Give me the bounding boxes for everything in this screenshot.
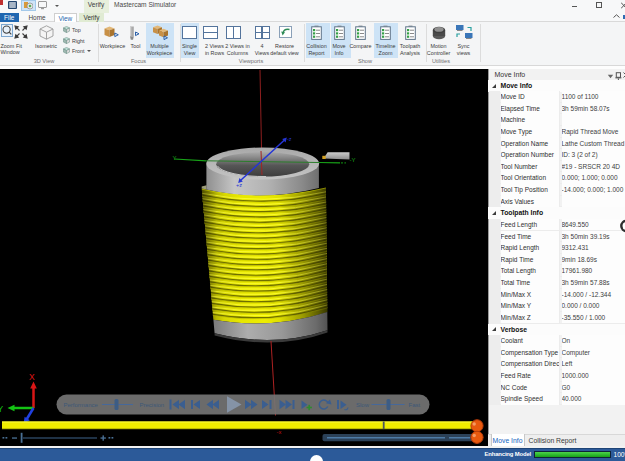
svg-text:Precision: Precision xyxy=(140,402,165,408)
svg-text:-Y: -Y xyxy=(350,157,356,163)
svg-text:Y: Y xyxy=(0,404,4,414)
svg-text:-x: -x xyxy=(277,429,282,435)
svg-text:-z: -z xyxy=(287,136,292,142)
svg-text:Y: Y xyxy=(173,155,177,161)
svg-text:+z: +z xyxy=(236,182,242,188)
svg-text:Performance: Performance xyxy=(64,402,99,408)
svg-text:Fast: Fast xyxy=(409,402,421,408)
svg-text:Slow: Slow xyxy=(356,402,370,408)
svg-text:X: X xyxy=(29,372,35,382)
